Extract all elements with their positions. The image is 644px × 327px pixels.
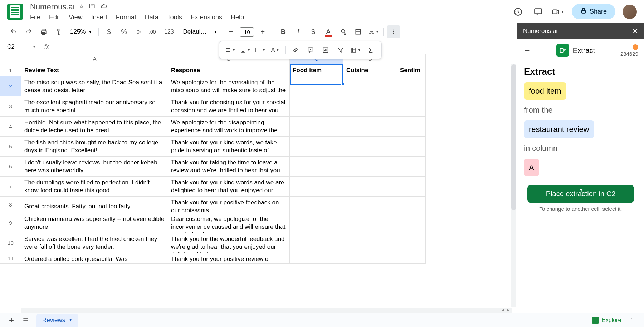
rotate-button[interactable]: A▼	[269, 44, 282, 56]
borders-button[interactable]	[352, 25, 365, 38]
cell[interactable]	[343, 157, 397, 176]
cell[interactable]	[290, 177, 343, 196]
cell[interactable]	[397, 253, 426, 263]
back-icon[interactable]: ←	[523, 46, 531, 55]
cell[interactable]	[343, 117, 397, 136]
sheets-logo[interactable]	[7, 4, 23, 20]
cell[interactable]: Chicken marinara was super salty -- not …	[21, 213, 168, 233]
row-header[interactable]: 6	[0, 157, 21, 176]
cell[interactable]	[397, 157, 426, 176]
cell[interactable]: Ordered a pulled pork quesadilla. Was	[21, 253, 168, 263]
cell[interactable]: Thank you for your kind words, we take p…	[168, 137, 290, 156]
chart-button[interactable]	[319, 44, 332, 56]
cell[interactable]	[343, 197, 397, 213]
zoom-select[interactable]: 125% ▼	[67, 28, 95, 35]
cell[interactable]	[343, 76, 397, 96]
cloud-status-icon[interactable]	[100, 3, 108, 11]
cell[interactable]	[343, 177, 397, 196]
cell[interactable]	[290, 213, 343, 233]
cell[interactable]	[343, 137, 397, 156]
cell[interactable]	[290, 117, 343, 136]
cell[interactable]	[397, 96, 426, 116]
cell[interactable]	[290, 96, 343, 116]
row-header[interactable]: 9	[0, 213, 21, 233]
undo-button[interactable]	[7, 25, 20, 38]
text-color-button[interactable]: A	[322, 25, 335, 38]
link-button[interactable]	[289, 44, 302, 56]
wrap-button[interactable]: ▼	[254, 44, 267, 56]
font-size-input[interactable]: 10	[240, 27, 254, 37]
strikethrough-button[interactable]: S	[307, 25, 319, 38]
menu-format[interactable]: Format	[116, 14, 136, 21]
percent-button[interactable]: %	[117, 25, 130, 38]
meet-icon[interactable]: ▼	[552, 5, 565, 18]
comments-icon[interactable]	[532, 5, 545, 18]
scroll-left-icon[interactable]: ◄	[501, 308, 505, 312]
row-header[interactable]: 11	[0, 253, 21, 263]
valign-button[interactable]: ▼	[239, 44, 252, 56]
halign-button[interactable]: ▼	[224, 44, 236, 56]
cell[interactable]: Service was excellent I had the fried ch…	[21, 233, 168, 253]
row-header[interactable]: 1	[0, 64, 21, 76]
more-button[interactable]	[387, 25, 400, 38]
cell[interactable]	[343, 253, 397, 263]
cell[interactable]	[290, 157, 343, 176]
row-header[interactable]: 10	[0, 233, 21, 253]
sheet-tab-reviews[interactable]: Reviews ▼	[36, 314, 78, 327]
menu-insert[interactable]: Insert	[91, 14, 107, 21]
cell[interactable]	[343, 233, 397, 253]
scroll-right-icon[interactable]: ►	[506, 308, 510, 312]
cell[interactable]: Response	[168, 64, 290, 76]
format-number-button[interactable]: 123	[162, 25, 175, 38]
italic-button[interactable]: I	[292, 25, 304, 38]
cell[interactable]	[397, 213, 426, 233]
font-size-decrease[interactable]: −	[225, 25, 238, 38]
spreadsheet-grid[interactable]: A B C D 1 Review Text Response Food item…	[0, 54, 426, 313]
currency-button[interactable]: $	[102, 25, 115, 38]
increase-decimal-button[interactable]: .00→	[147, 25, 160, 38]
place-extraction-button[interactable]: Place extraction in C2 ↖	[527, 185, 634, 203]
close-icon[interactable]: ✕	[632, 27, 638, 35]
column-tag[interactable]: A	[524, 159, 539, 176]
filter-button[interactable]	[334, 44, 347, 56]
doc-title[interactable]: Numerous.ai	[30, 2, 75, 11]
bold-button[interactable]: B	[277, 25, 289, 38]
history-icon[interactable]	[512, 5, 525, 18]
star-icon[interactable]: ☆	[79, 3, 84, 11]
cell[interactable]	[290, 137, 343, 156]
cell[interactable]	[290, 253, 343, 263]
merge-button[interactable]: ▼	[367, 25, 380, 38]
cell[interactable]	[343, 96, 397, 116]
cell[interactable]: We apologize for the oversalting of the …	[168, 76, 290, 96]
menu-file[interactable]: File	[30, 14, 40, 21]
print-button[interactable]	[37, 25, 50, 38]
cell[interactable]	[397, 137, 426, 156]
user-avatar[interactable]	[623, 5, 637, 19]
comment-button[interactable]	[304, 44, 317, 56]
move-icon[interactable]	[88, 3, 96, 11]
row-header[interactable]: 7	[0, 177, 21, 196]
extract-target-tag[interactable]: food item	[524, 82, 566, 100]
add-sheet-button[interactable]: +	[4, 313, 19, 327]
cell[interactable]	[397, 233, 426, 253]
cell[interactable]: Review Text	[21, 64, 168, 76]
cell[interactable]: Sentim	[397, 64, 426, 76]
source-type-tag[interactable]: restaurant review	[524, 120, 594, 138]
menu-edit[interactable]: Edit	[49, 14, 60, 21]
cell[interactable]	[290, 233, 343, 253]
row-header[interactable]: 3	[0, 96, 21, 116]
cell[interactable]: Thank you for your kind words and we are…	[168, 177, 290, 196]
font-select[interactable]: Defaul… ▼	[183, 28, 217, 35]
cell[interactable]: Cuisine	[343, 64, 397, 76]
cell[interactable]: Thank you for your positive feedback on …	[168, 197, 290, 213]
cell[interactable]: The excellent spaghetti made our anniver…	[21, 96, 168, 116]
cell[interactable]	[343, 213, 397, 233]
cell[interactable]: Food item	[290, 64, 343, 76]
cell[interactable]: Thank you for the wonderful feedback and…	[168, 233, 290, 253]
menu-help[interactable]: Help	[231, 14, 244, 21]
all-sheets-button[interactable]	[19, 313, 33, 327]
menu-tools[interactable]: Tools	[167, 14, 182, 21]
cell[interactable]	[397, 117, 426, 136]
cell[interactable]	[397, 197, 426, 213]
paint-format-button[interactable]	[52, 25, 65, 38]
